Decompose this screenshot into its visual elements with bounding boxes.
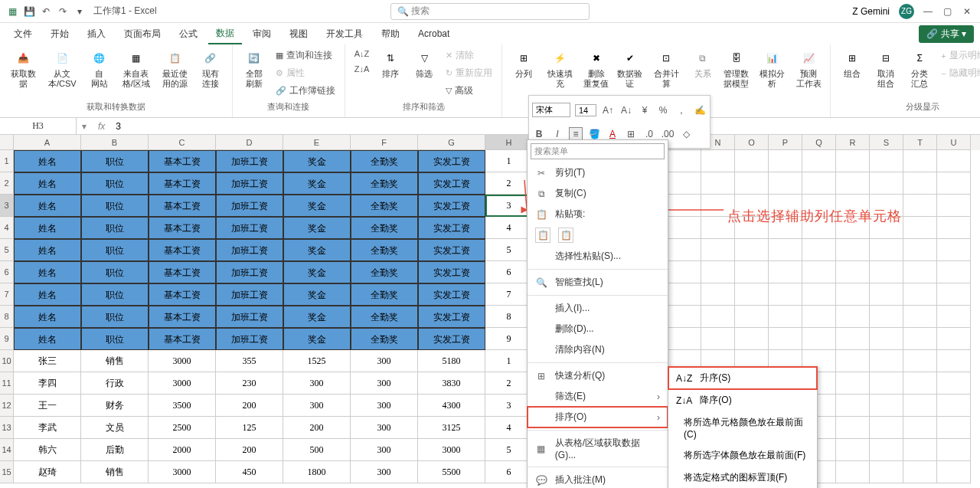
empty-cell[interactable] bbox=[870, 372, 903, 395]
header-cell[interactable]: 职位 bbox=[81, 195, 149, 217]
header-cell[interactable]: 实发工资 bbox=[418, 306, 485, 328]
data-cell[interactable]: 3125 bbox=[418, 417, 485, 439]
col-header[interactable]: G bbox=[418, 135, 485, 150]
data-cell[interactable]: 3000 bbox=[149, 372, 216, 395]
empty-cell[interactable] bbox=[870, 350, 903, 372]
menu-cut[interactable]: ✂剪切(T) bbox=[528, 162, 668, 183]
empty-cell[interactable] bbox=[701, 239, 735, 261]
data-cell[interactable]: 300 bbox=[351, 350, 418, 372]
from-csv-button[interactable]: 📄从文 本/CSV bbox=[44, 47, 81, 90]
data-cell[interactable]: 200 bbox=[216, 395, 283, 417]
empty-cell[interactable] bbox=[802, 283, 836, 306]
user-name[interactable]: Z Gemini bbox=[852, 6, 890, 17]
header-cell[interactable]: 职位 bbox=[81, 261, 149, 283]
header-cell[interactable]: 全勤奖 bbox=[351, 261, 418, 283]
relations-button[interactable]: ⧉关系 bbox=[688, 47, 718, 80]
empty-cell[interactable] bbox=[701, 261, 735, 283]
empty-cell[interactable] bbox=[903, 328, 937, 350]
tab-file[interactable]: 文件 bbox=[6, 25, 40, 44]
col-header[interactable]: A bbox=[14, 135, 81, 150]
row-header[interactable]: 5 bbox=[0, 239, 14, 261]
empty-cell[interactable] bbox=[769, 172, 802, 195]
search-box[interactable]: 🔍 搜索 bbox=[390, 3, 590, 20]
data-cell[interactable]: 王一 bbox=[14, 395, 81, 417]
empty-cell[interactable] bbox=[836, 350, 870, 372]
empty-cell[interactable] bbox=[937, 150, 971, 172]
submenu-icon-top[interactable]: 将选定格式的图标置顶(F) bbox=[668, 467, 817, 488]
empty-cell[interactable] bbox=[735, 261, 769, 283]
empty-cell[interactable] bbox=[937, 172, 971, 195]
clear-format-icon[interactable]: ◇ bbox=[679, 127, 693, 141]
empty-cell[interactable] bbox=[937, 328, 971, 350]
percent-icon[interactable]: % bbox=[656, 103, 670, 117]
data-cell[interactable]: 300 bbox=[351, 461, 418, 483]
tab-insert[interactable]: 插入 bbox=[80, 25, 113, 44]
header-cell[interactable]: 姓名 bbox=[14, 306, 81, 328]
data-cell[interactable]: 3000 bbox=[149, 350, 216, 372]
row-header[interactable]: 12 bbox=[0, 395, 14, 417]
name-box[interactable]: H3 bbox=[0, 115, 77, 138]
header-cell[interactable]: 姓名 bbox=[14, 239, 81, 261]
empty-cell[interactable] bbox=[903, 461, 937, 483]
queries-item[interactable]: ▦ 查询和连接 bbox=[273, 47, 338, 64]
aux-cell[interactable]: 8 bbox=[485, 306, 533, 328]
data-cell[interactable]: 200 bbox=[283, 417, 351, 439]
empty-cell[interactable] bbox=[903, 350, 937, 372]
empty-cell[interactable] bbox=[903, 395, 937, 417]
col-header[interactable]: H bbox=[485, 135, 533, 150]
empty-cell[interactable] bbox=[735, 172, 769, 195]
header-cell[interactable]: 基本工资 bbox=[149, 306, 216, 328]
empty-cell[interactable] bbox=[836, 328, 870, 350]
empty-cell[interactable] bbox=[937, 306, 971, 328]
data-cell[interactable]: 200 bbox=[216, 439, 283, 461]
close-icon[interactable]: ✕ bbox=[963, 6, 974, 17]
header-cell[interactable]: 加班工资 bbox=[216, 306, 283, 328]
empty-cell[interactable] bbox=[836, 306, 870, 328]
header-cell[interactable]: 职位 bbox=[81, 306, 149, 328]
header-cell[interactable]: 基本工资 bbox=[149, 239, 216, 261]
empty-cell[interactable] bbox=[836, 417, 870, 439]
data-cell[interactable]: 300 bbox=[351, 417, 418, 439]
data-cell[interactable]: 行政 bbox=[81, 372, 149, 395]
empty-cell[interactable] bbox=[937, 372, 971, 395]
row-header[interactable]: 2 bbox=[0, 172, 14, 195]
empty-cell[interactable] bbox=[769, 283, 802, 306]
col-header[interactable]: O bbox=[735, 135, 769, 150]
header-cell[interactable]: 加班工资 bbox=[216, 283, 283, 306]
data-cell[interactable]: 1800 bbox=[283, 461, 351, 483]
header-cell[interactable]: 全勤奖 bbox=[351, 306, 418, 328]
menu-insert[interactable]: 插入(I)... bbox=[528, 298, 668, 319]
empty-cell[interactable] bbox=[870, 261, 903, 283]
empty-cell[interactable] bbox=[870, 172, 903, 195]
header-cell[interactable]: 奖金 bbox=[283, 283, 351, 306]
empty-cell[interactable] bbox=[870, 150, 903, 172]
tab-formulas[interactable]: 公式 bbox=[172, 25, 205, 44]
header-cell[interactable]: 实发工资 bbox=[418, 283, 485, 306]
data-cell[interactable]: 销售 bbox=[81, 350, 149, 372]
header-cell[interactable]: 职位 bbox=[81, 328, 149, 350]
tab-help[interactable]: 帮助 bbox=[374, 25, 407, 44]
data-cell[interactable]: 300 bbox=[283, 372, 351, 395]
font-size-select[interactable]: 14 bbox=[575, 104, 596, 116]
decrease-decimal-icon[interactable]: .0 bbox=[642, 127, 656, 141]
tab-data[interactable]: 数据 bbox=[208, 24, 242, 44]
row-header[interactable]: 14 bbox=[0, 439, 14, 461]
redo-icon[interactable]: ↷ bbox=[57, 5, 69, 18]
empty-cell[interactable] bbox=[937, 217, 971, 239]
empty-cell[interactable] bbox=[903, 261, 937, 283]
empty-cell[interactable] bbox=[836, 461, 870, 483]
empty-cell[interactable] bbox=[802, 150, 836, 172]
row-header[interactable]: 1 bbox=[0, 150, 14, 172]
select-all-corner[interactable] bbox=[0, 135, 14, 150]
refresh-all-button[interactable]: 🔄全部刷新 bbox=[239, 47, 270, 90]
row-header[interactable]: 9 bbox=[0, 328, 14, 350]
tab-acrobat[interactable]: Acrobat bbox=[410, 25, 457, 42]
header-cell[interactable]: 奖金 bbox=[283, 306, 351, 328]
data-cell[interactable]: 450 bbox=[216, 461, 283, 483]
aux-cell[interactable]: 2 bbox=[485, 172, 533, 195]
data-cell[interactable]: 300 bbox=[283, 395, 351, 417]
paste-option-icon[interactable]: 📋 bbox=[535, 228, 550, 243]
empty-cell[interactable] bbox=[769, 150, 802, 172]
aux-cell[interactable]: 1 bbox=[485, 350, 533, 372]
fx-icon[interactable]: fx bbox=[92, 121, 111, 132]
